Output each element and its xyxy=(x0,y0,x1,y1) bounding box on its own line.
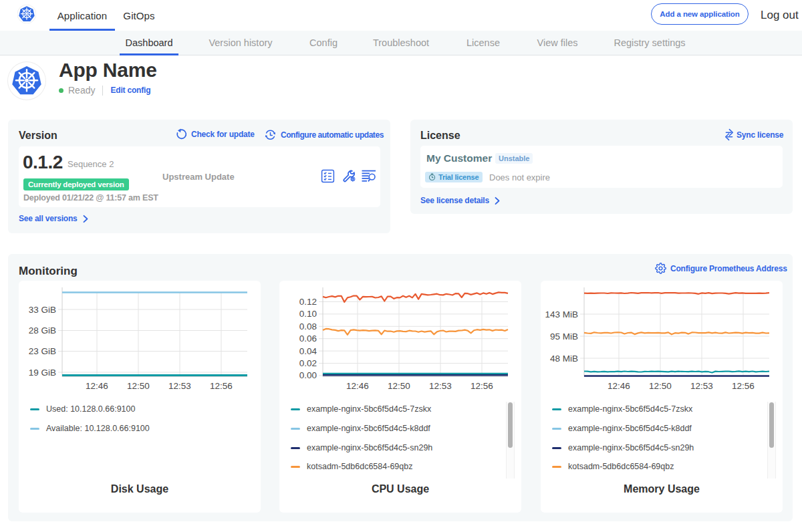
svg-text:0.10: 0.10 xyxy=(299,309,317,319)
svg-text:12:50: 12:50 xyxy=(388,381,410,391)
svg-text:12:50: 12:50 xyxy=(127,381,150,391)
svg-text:143 MiB: 143 MiB xyxy=(545,309,578,319)
svg-text:12:46: 12:46 xyxy=(346,381,369,391)
svg-text:0.00: 0.00 xyxy=(299,370,317,380)
svg-text:0.06: 0.06 xyxy=(299,334,317,344)
svg-text:0.04: 0.04 xyxy=(299,346,317,356)
svg-text:48 MiB: 48 MiB xyxy=(550,354,578,364)
svg-text:28 GiB: 28 GiB xyxy=(29,325,56,336)
svg-text:0.12: 0.12 xyxy=(299,297,317,307)
svg-text:12:50: 12:50 xyxy=(649,381,672,391)
svg-text:33 GiB: 33 GiB xyxy=(29,305,56,315)
svg-text:12:56: 12:56 xyxy=(732,381,755,391)
svg-text:0.02: 0.02 xyxy=(299,358,317,368)
svg-text:12:56: 12:56 xyxy=(210,381,233,391)
svg-text:12:53: 12:53 xyxy=(429,381,452,391)
svg-text:23 GiB: 23 GiB xyxy=(29,346,56,356)
svg-text:0.08: 0.08 xyxy=(299,321,317,331)
svg-text:12:46: 12:46 xyxy=(608,381,630,391)
svg-text:12:53: 12:53 xyxy=(690,381,713,391)
svg-text:19 GiB: 19 GiB xyxy=(29,368,56,378)
svg-text:12:46: 12:46 xyxy=(86,381,108,391)
svg-text:12:56: 12:56 xyxy=(471,381,493,391)
svg-text:12:53: 12:53 xyxy=(168,381,191,391)
svg-text:95 MiB: 95 MiB xyxy=(550,331,578,342)
